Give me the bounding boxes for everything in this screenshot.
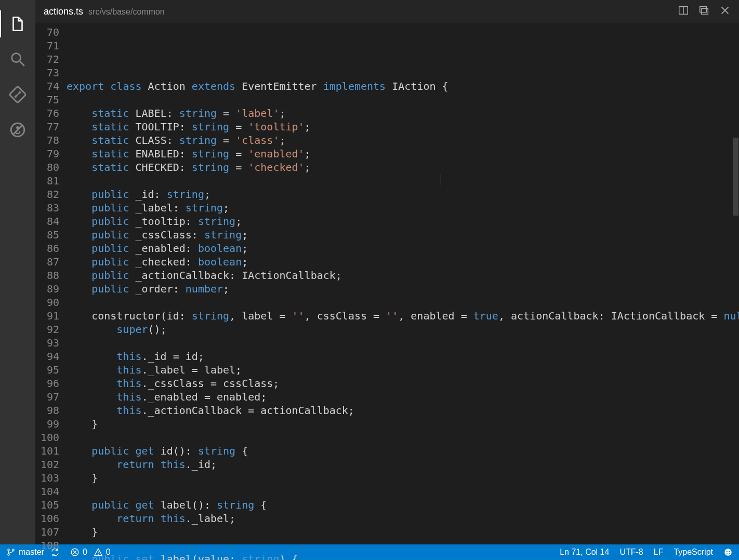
code-line[interactable]: } [67, 417, 732, 431]
code-line[interactable]: public set label(value: string) { [67, 552, 732, 560]
code-line[interactable]: this._label = label; [67, 363, 732, 377]
app-root: actions.ts src/vs/base/common 70717 [0, 0, 739, 560]
line-number: 82 [35, 188, 59, 201]
code-line[interactable]: public get id(): string { [67, 444, 732, 458]
code-line[interactable]: public _id: string; [67, 188, 732, 201]
line-number: 104 [35, 485, 59, 498]
stacked-editors-icon [698, 5, 710, 16]
code-line[interactable]: } [67, 525, 732, 539]
code-line[interactable]: public _enabled: boolean; [67, 242, 732, 255]
svg-point-15 [8, 549, 9, 551]
code-line[interactable]: } [67, 471, 732, 485]
line-number: 93 [35, 336, 59, 350]
code-line[interactable] [67, 296, 732, 309]
line-number: 86 [35, 242, 59, 255]
code-line[interactable] [67, 66, 732, 79]
line-number-gutter: 7071727374757677787980818283848586878889… [35, 23, 67, 544]
line-number: 97 [35, 390, 59, 404]
activity-explorer[interactable] [0, 6, 35, 42]
search-icon [9, 50, 27, 68]
svg-point-16 [8, 554, 9, 555]
line-number: 91 [35, 309, 59, 323]
line-number: 78 [35, 134, 59, 147]
split-editor-icon [678, 5, 689, 16]
line-number: 88 [35, 269, 59, 282]
code-area[interactable]: export class Action extends EventEmitter… [67, 23, 732, 544]
tab-bar: actions.ts src/vs/base/common [35, 0, 739, 23]
line-number: 79 [35, 147, 59, 161]
code-line[interactable]: return this._id; [67, 458, 732, 471]
code-line[interactable]: this._id = id; [67, 350, 732, 363]
code-line[interactable] [67, 485, 732, 498]
editor-body[interactable]: 7071727374757677787980818283848586878889… [35, 23, 739, 544]
line-number: 100 [35, 431, 59, 444]
vertical-scrollbar[interactable] [732, 23, 739, 544]
code-line[interactable] [67, 174, 732, 188]
line-number: 99 [35, 417, 59, 431]
line-number: 77 [35, 120, 59, 134]
svg-point-0 [12, 54, 21, 62]
code-line[interactable]: super(); [67, 323, 732, 336]
code-line[interactable]: export class Action extends EventEmitter… [67, 79, 732, 93]
code-line[interactable]: static TOOLTIP: string = 'tooltip'; [67, 120, 732, 134]
line-number: 81 [35, 174, 59, 188]
code-line[interactable]: public _tooltip: string; [67, 215, 732, 228]
line-number: 95 [35, 363, 59, 377]
code-line[interactable]: public _label: string; [67, 201, 732, 215]
line-number: 90 [35, 296, 59, 309]
main-row: actions.ts src/vs/base/common 70717 [0, 0, 739, 544]
code-line[interactable]: public get label(): string { [67, 498, 732, 512]
code-line[interactable] [67, 93, 732, 106]
code-line[interactable]: public _checked: boolean; [67, 255, 732, 269]
files-icon [9, 15, 27, 33]
code-line[interactable]: static CLASS: string = 'class'; [67, 134, 732, 147]
line-number: 108 [35, 539, 59, 552]
scrollbar-thumb[interactable] [733, 138, 738, 216]
line-number: 98 [35, 404, 59, 417]
close-icon [719, 5, 731, 16]
code-line[interactable]: public _cssClass: string; [67, 228, 732, 242]
svg-point-17 [12, 549, 14, 551]
activity-scm[interactable] [0, 77, 35, 112]
svg-point-8 [16, 126, 19, 129]
line-number: 73 [35, 66, 59, 79]
line-number: 85 [35, 228, 59, 242]
code-line[interactable] [67, 336, 732, 350]
line-number: 102 [35, 458, 59, 471]
code-line[interactable]: static CHECKED: string = 'checked'; [67, 161, 732, 174]
code-line[interactable]: static ENABLED: string = 'enabled'; [67, 147, 732, 161]
line-number: 96 [35, 377, 59, 390]
editor-column: actions.ts src/vs/base/common 70717 [35, 0, 739, 544]
open-tab[interactable]: actions.ts src/vs/base/common [44, 6, 165, 17]
line-number: 74 [35, 79, 59, 93]
show-open-editors-button[interactable] [698, 5, 710, 18]
svg-line-5 [16, 92, 20, 97]
activity-search[interactable] [0, 42, 35, 77]
code-line[interactable]: public _actionCallback: IActionCallback; [67, 269, 732, 282]
svg-rect-11 [702, 8, 708, 14]
close-editor-button[interactable] [719, 5, 731, 18]
code-line[interactable]: this._actionCallback = actionCallback; [67, 404, 732, 417]
line-number: 89 [35, 282, 59, 296]
code-line[interactable]: this._cssClass = cssClass; [67, 377, 732, 390]
line-number: 101 [35, 444, 59, 458]
tab-path: src/vs/base/common [88, 7, 165, 17]
code-line[interactable]: public _order: number; [67, 282, 732, 296]
line-number: 92 [35, 323, 59, 336]
split-editor-button[interactable] [678, 5, 689, 18]
git-icon [9, 86, 27, 103]
line-number: 106 [35, 512, 59, 525]
activity-bar [0, 0, 35, 544]
line-number: 83 [35, 201, 59, 215]
code-line[interactable] [67, 431, 732, 444]
line-number: 70 [35, 25, 59, 39]
line-number: 94 [35, 350, 59, 363]
code-line[interactable]: constructor(id: string, label = '', cssC… [67, 309, 732, 323]
line-number: 76 [35, 106, 59, 120]
activity-debug[interactable] [0, 112, 35, 148]
line-number: 105 [35, 498, 59, 512]
code-line[interactable]: static LABEL: string = 'label'; [67, 106, 732, 120]
code-line[interactable]: this._enabled = enabled; [67, 390, 732, 404]
code-line[interactable]: return this._label; [67, 512, 732, 525]
code-line[interactable] [67, 539, 732, 552]
